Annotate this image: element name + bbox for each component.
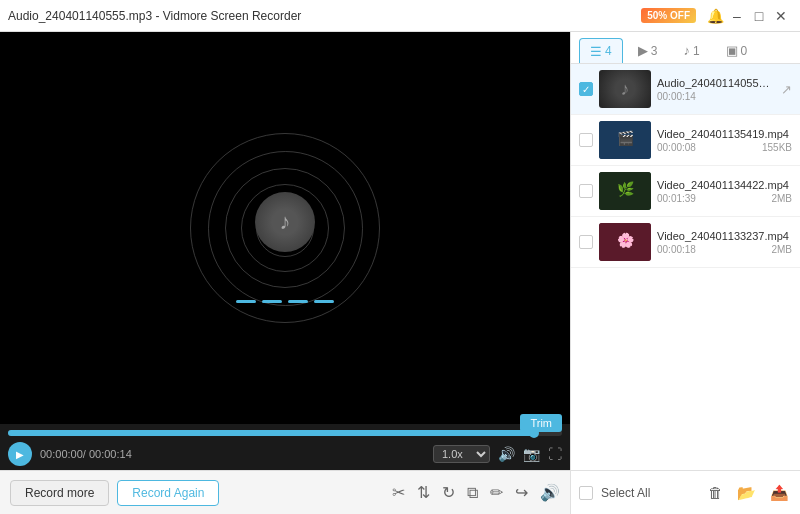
maximize-button[interactable]: □ [748,5,770,27]
tab-audio[interactable]: ♪ 1 [672,38,710,63]
action-bar: Record more Record Again ✂ ⇅ ↻ ⧉ ✏ ↪ 🔊 [0,470,570,514]
record-more-button[interactable]: Record more [10,480,109,506]
adjust-icon[interactable]: ⇅ [417,483,430,502]
file-size-1: 155KB [762,142,792,153]
tab-all[interactable]: ☰ 4 [579,38,623,63]
list-item[interactable]: ✓ ♪ Audio_240401140555.mp3 00:00:14 ↗ [571,64,800,115]
share-icon-0[interactable]: ↗ [781,82,792,97]
tab-audio-count: 1 [693,44,700,58]
file-duration-1: 00:00:08 [657,142,696,153]
right-panel: ☰ 4 ▶ 3 ♪ 1 ▣ 0 ✓ ♪ [570,32,800,514]
select-all-label: Select All [601,486,697,500]
file-info-3: Video_240401133237.mp4 00:00:18 2MB [657,230,792,255]
file-info-1: Video_240401135419.mp4 00:00:08 155KB [657,128,792,153]
audio-tab-icon: ♪ [683,43,690,58]
cut-icon[interactable]: ✂ [392,483,405,502]
edit-icon[interactable]: ✏ [490,483,503,502]
right-panel-bottom: Select All 🗑 📂 📤 [571,470,800,514]
thumb-svg-1: 🎬 [599,121,651,159]
player-controls: Trim ▶ 00:00:00/ 00:00:14 0.5x 0.75x 1.0… [0,424,570,470]
action-bar-right: ✂ ⇅ ↻ ⧉ ✏ ↪ 🔊 [392,483,560,502]
fullscreen-icon[interactable]: ⛶ [548,446,562,462]
list-item[interactable]: 🌿 Video_240401134422.mp4 00:01:39 2MB [571,166,800,217]
video-tab-icon: ▶ [638,43,648,58]
progress-fill [8,430,534,436]
thumb-svg-3: 🌸 [599,223,651,261]
bell-icon[interactable]: 🔔 [704,5,726,27]
dash-4 [314,300,334,303]
audio-dashes [236,300,334,303]
file-info-0: Audio_240401140555.mp3 00:00:14 [657,77,775,102]
svg-text:🎬: 🎬 [617,130,635,147]
dash-1 [236,300,256,303]
time-display: 00:00:00/ 00:00:14 [40,448,425,460]
delete-button[interactable]: 🗑 [705,481,726,504]
share-tool-icon[interactable]: ↪ [515,483,528,502]
dash-3 [288,300,308,303]
minimize-button[interactable]: – [726,5,748,27]
trim-button[interactable]: Trim [520,414,562,432]
file-size-3: 2MB [771,244,792,255]
file-thumb-audio: ♪ [599,70,651,108]
controls-row: ▶ 00:00:00/ 00:00:14 0.5x 0.75x 1.0x 1.2… [8,442,562,466]
music-note-icon: ♪ [280,209,291,235]
volume-icon[interactable]: 🔊 [498,446,515,462]
list-icon: ☰ [590,44,602,59]
list-item[interactable]: 🌸 Video_240401133237.mp4 00:00:18 2MB [571,217,800,268]
close-button[interactable]: ✕ [770,5,792,27]
file-checkbox-1[interactable] [579,133,593,147]
file-name-2: Video_240401134422.mp4 [657,179,792,191]
speed-select[interactable]: 0.5x 0.75x 1.0x 1.25x 1.5x 2.0x [433,445,490,463]
file-thumb-3: 🌸 [599,223,651,261]
progress-bar[interactable] [8,430,562,436]
dash-2 [262,300,282,303]
thumb-svg-2: 🌿 [599,172,651,210]
tab-all-count: 4 [605,44,612,58]
file-checkbox-3[interactable] [579,235,593,249]
screenshot-icon[interactable]: 📷 [523,446,540,462]
file-thumb-2: 🌿 [599,172,651,210]
title-bar: Audio_240401140555.mp3 - Vidmore Screen … [0,0,800,32]
file-name-1: Video_240401135419.mp4 [657,128,792,140]
copy-icon[interactable]: ⧉ [467,484,478,502]
music-visual: ♪ [185,128,385,328]
video-area: ♪ [0,32,570,424]
audio-thumb-icon: ♪ [621,79,630,100]
image-tab-icon: ▣ [726,43,738,58]
album-art: ♪ [255,192,315,252]
file-name-0: Audio_240401140555.mp3 [657,77,775,89]
window-title: Audio_240401140555.mp3 - Vidmore Screen … [8,9,641,23]
file-checkbox-2[interactable] [579,184,593,198]
file-meta-2: 00:01:39 2MB [657,193,792,204]
file-info-2: Video_240401134422.mp4 00:01:39 2MB [657,179,792,204]
file-meta-1: 00:00:08 155KB [657,142,792,153]
open-folder-button[interactable]: 📂 [734,481,759,505]
select-all-checkbox[interactable] [579,486,593,500]
file-meta-0: 00:00:14 [657,91,775,102]
file-meta-3: 00:00:18 2MB [657,244,792,255]
file-list: ✓ ♪ Audio_240401140555.mp3 00:00:14 ↗ [571,64,800,470]
file-duration-0: 00:00:14 [657,91,696,102]
file-duration-2: 00:01:39 [657,193,696,204]
rotate-icon[interactable]: ↻ [442,483,455,502]
file-duration-3: 00:00:18 [657,244,696,255]
export-button[interactable]: 📤 [767,481,792,505]
tab-video[interactable]: ▶ 3 [627,38,669,63]
main-container: ♪ Trim ▶ 00: [0,32,800,514]
promo-badge: 50% OFF [641,8,696,23]
file-name-3: Video_240401133237.mp4 [657,230,792,242]
tabs-bar: ☰ 4 ▶ 3 ♪ 1 ▣ 0 [571,32,800,64]
file-thumb-1: 🎬 [599,121,651,159]
tab-image[interactable]: ▣ 0 [715,38,759,63]
tab-image-count: 0 [741,44,748,58]
tab-video-count: 3 [651,44,658,58]
svg-text:🌿: 🌿 [617,181,635,198]
player-panel: ♪ Trim ▶ 00: [0,32,570,514]
file-checkbox-0[interactable]: ✓ [579,82,593,96]
play-button[interactable]: ▶ [8,442,32,466]
record-again-button[interactable]: Record Again [117,480,219,506]
file-size-2: 2MB [771,193,792,204]
list-item[interactable]: 🎬 Video_240401135419.mp4 00:00:08 155KB [571,115,800,166]
audio-tool-icon[interactable]: 🔊 [540,483,560,502]
svg-text:🌸: 🌸 [617,232,635,249]
